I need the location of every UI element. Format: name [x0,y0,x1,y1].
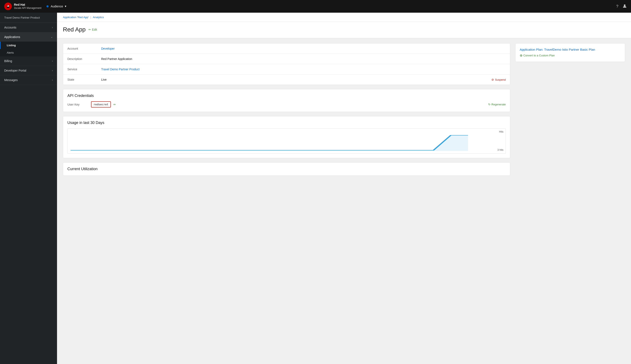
chart-svg [70,131,502,152]
user-key-value: redsecret [91,101,111,108]
table-row-account: Account Developer [63,44,510,54]
sidebar-item-developer-portal-label: Developer Portal [4,69,26,72]
state-value: Live [101,78,107,81]
nav-left: Red Hat 3scale API Management Audience ▼ [4,2,67,10]
sidebar-applications-submenu: Listing Alerts [0,42,57,56]
sidebar-item-applications-label: Applications [4,35,20,39]
description-value: Red Partner Application [97,54,510,64]
usage-body: Usage in last 30 Days Hits 3 hits [63,116,510,158]
page-header: Red App ✏ Edit [57,22,631,38]
sidebar-item-messages[interactable]: Messages › [0,76,57,85]
chevron-right-icon-messages: › [52,78,53,82]
api-credentials-body: API Credentials User Key redsecret ✏ ↻ R… [63,89,510,112]
page-title: Red App [63,26,86,33]
service-label: Service [63,64,97,74]
chart-hits-label: Hits [499,130,504,133]
convert-to-custom-plan-link[interactable]: ⊕ Convert to a Custom Plan [520,54,621,58]
service-value-link[interactable]: Travel Demo Partner Product [101,68,140,71]
regenerate-link[interactable]: ↻ Regenerate [488,103,506,106]
redhat-logo-icon [4,2,12,10]
usage-title: Usage in last 30 Days [67,120,506,125]
sidebar-item-accounts-label: Accounts [4,26,16,29]
table-row-description: Description Red Partner Application [63,54,510,64]
sidebar-product-title: Travel Demo Partner Product [0,13,57,23]
sidebar-item-messages-label: Messages [4,78,18,82]
usage-chart: Hits 3 hits [67,128,506,154]
suspend-icon: ⊘ [492,78,494,81]
edit-user-key-icon[interactable]: ✏ [114,103,116,106]
state-row: Live ⊘ Suspend [101,78,506,81]
sidebar-item-applications[interactable]: Applications ⌄ [0,32,57,42]
regenerate-label: Regenerate [492,103,506,106]
plus-icon: ⊕ [520,54,522,58]
svg-marker-3 [70,135,468,151]
current-utilization-title: Current Utilization [67,167,506,171]
sidebar-sub-item-listing[interactable]: Listing [0,42,57,49]
table-row-state: State Live ⊘ Suspend [63,74,510,85]
brand-sub: 3scale API Management [14,6,42,10]
chevron-down-icon: ▼ [64,5,67,8]
chart-hits-count: 3 hits [497,148,504,152]
breadcrumb-separator: | [90,16,91,19]
convert-label: Convert to a Custom Plan [523,54,555,57]
sidebar-sub-item-alerts[interactable]: Alerts [0,49,57,56]
sidebar-item-developer-portal[interactable]: Developer Portal › [0,66,57,76]
main-column: Account Developer Description Red Partne… [63,43,510,176]
details-card: Account Developer Description Red Partne… [63,43,510,85]
user-key-label: User Key [67,103,88,106]
audience-label: Audience [51,5,63,8]
current-utilization-card: Current Utilization [63,162,510,176]
chevron-right-icon: › [52,26,53,29]
state-label: State [63,74,97,85]
top-navigation: Red Hat 3scale API Management Audience ▼… [0,0,631,13]
credentials-row: User Key redsecret ✏ ↻ Regenerate [67,101,506,108]
sidebar-sub-alerts-label: Alerts [7,51,14,54]
chevron-right-icon-billing: › [52,60,53,62]
description-label: Description [63,54,97,64]
edit-link-label: Edit [92,28,97,31]
user-icon [622,4,627,8]
side-column: Application Plan: TravelDemo Istio Partn… [515,43,625,62]
account-value-link[interactable]: Developer [101,47,115,50]
suspend-label: Suspend [495,78,506,81]
chevron-right-icon-devportal: › [52,69,53,72]
breadcrumb-analytics-link[interactable]: Analytics [93,16,104,19]
sidebar: Travel Demo Partner Product Accounts › A… [0,13,57,364]
sidebar-sub-listing-label: Listing [7,44,16,47]
audience-selector[interactable]: Audience ▼ [46,5,67,8]
breadcrumb: Application 'Red App' | Analytics [57,13,631,22]
app-plan-title[interactable]: Application Plan: TravelDemo Istio Partn… [520,48,621,51]
nav-right: ? [616,4,627,9]
suspend-button[interactable]: ⊘ Suspend [492,78,506,81]
brand-text: Red Hat 3scale API Management [14,3,42,10]
app-plan-card: Application Plan: TravelDemo Istio Partn… [515,43,625,62]
chevron-down-icon: ⌄ [51,36,53,38]
current-utilization-body: Current Utilization [63,162,510,176]
help-button[interactable]: ? [616,4,618,9]
sidebar-item-billing-label: Billing [4,59,12,63]
regenerate-icon: ↻ [488,103,490,106]
svg-point-1 [6,6,10,8]
svg-point-2 [624,4,626,6]
edit-link[interactable]: ✏ Edit [88,28,97,31]
sidebar-item-billing[interactable]: Billing › [0,56,57,66]
details-table: Account Developer Description Red Partne… [63,44,510,85]
user-menu-button[interactable] [622,4,627,9]
main-layout: Travel Demo Partner Product Accounts › A… [0,13,631,364]
brand-logo: Red Hat 3scale API Management [4,2,42,10]
audience-dot-icon [46,5,48,8]
api-credentials-title: API Credentials [67,94,506,98]
brand-name: Red Hat [14,3,42,6]
main-content: Application 'Red App' | Analytics Red Ap… [57,13,631,364]
api-credentials-card: API Credentials User Key redsecret ✏ ↻ R… [63,89,510,112]
usage-card: Usage in last 30 Days Hits 3 hits [63,116,510,158]
sidebar-item-accounts[interactable]: Accounts › [0,23,57,32]
breadcrumb-app-link[interactable]: Application 'Red App' [63,16,89,19]
content-area: Account Developer Description Red Partne… [57,38,631,181]
table-row-service: Service Travel Demo Partner Product [63,64,510,74]
account-label: Account [63,44,97,54]
pencil-edit-icon: ✏ [88,28,91,31]
